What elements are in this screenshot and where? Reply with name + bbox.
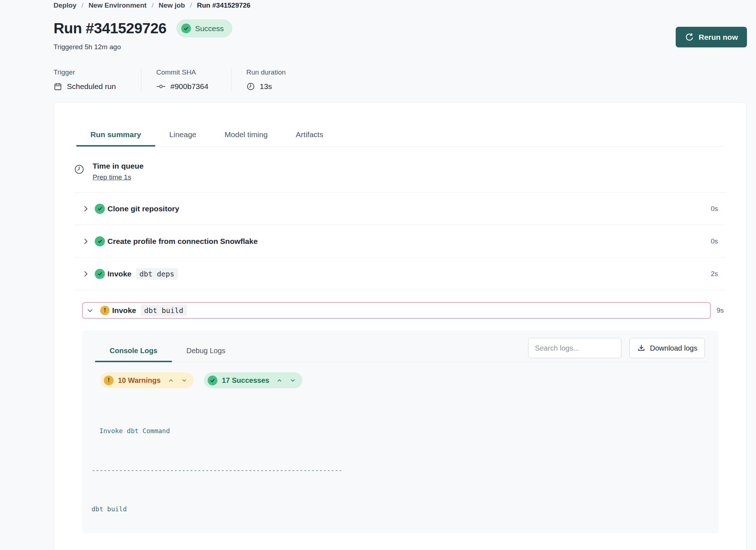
breadcrumb-job[interactable]: New job [158, 1, 185, 9]
status-badge: Success [177, 20, 232, 37]
chevron-down-icon[interactable] [86, 307, 97, 314]
tab-artifacts[interactable]: Artifacts [282, 126, 337, 146]
breadcrumb: Deploy / New Environment / New job / Run… [54, 0, 747, 9]
step-duration: 9s [717, 306, 724, 314]
calendar-icon [54, 82, 62, 91]
tab-run-summary[interactable]: Run summary [76, 126, 155, 147]
step-title: Create profile from connection Snowflake [107, 237, 258, 246]
step-invoke-dbt-build-row: ! Invoke dbt build 9s [54, 290, 746, 331]
tab-console-logs[interactable]: Console Logs [95, 342, 172, 362]
commit-sha-value: #900b7364 [170, 82, 208, 91]
page-title: Run #341529726 [54, 20, 166, 37]
status-badge-label: Success [195, 24, 224, 33]
warnings-prev-icon[interactable] [168, 377, 174, 384]
time-in-queue-section: Time in queue Prep time 1s [54, 147, 746, 192]
search-logs-input[interactable] [528, 338, 621, 358]
success-check-icon [208, 376, 217, 385]
log-line: dbt build [92, 503, 709, 516]
success-check-icon [181, 24, 191, 33]
breadcrumb-separator: / [152, 1, 153, 9]
successes-badge-label: 17 Successes [222, 376, 269, 385]
step-invoke-dbt-deps[interactable]: Invoke dbt deps 2s [54, 258, 746, 290]
triggered-timestamp: Triggered 5h 12m ago [54, 43, 747, 51]
clock-icon [246, 82, 255, 91]
success-check-icon [95, 269, 105, 279]
step-duration: 0s [711, 205, 718, 213]
warnings-badge-label: 10 Warnings [118, 376, 161, 385]
prep-time-link[interactable]: Prep time 1s [93, 173, 131, 181]
step-command: dbt build [141, 305, 187, 316]
run-tabs: Run summary Lineage Model timing Artifac… [76, 126, 724, 147]
warnings-badge[interactable]: ! 10 Warnings [100, 372, 194, 388]
trigger-value: Scheduled run [67, 82, 116, 91]
time-in-queue-title: Time in queue [93, 162, 144, 170]
log-line: ----------------------------------------… [92, 464, 709, 477]
step-command: dbt deps [136, 268, 178, 280]
log-line: Invoke dbt Command [92, 424, 709, 437]
run-duration-value: 13s [260, 82, 272, 91]
warnings-next-icon[interactable] [181, 377, 187, 384]
tab-lineage[interactable]: Lineage [155, 126, 211, 146]
breadcrumb-separator: / [81, 1, 83, 9]
run-duration-label: Run duration [246, 68, 286, 76]
breadcrumb-environment[interactable]: New Environment [89, 1, 146, 9]
download-icon [637, 344, 646, 352]
step-create-profile[interactable]: Create profile from connection Snowflake… [54, 225, 746, 257]
commit-icon [156, 82, 166, 91]
step-title: Invoke [107, 270, 132, 278]
step-invoke-dbt-build[interactable]: ! Invoke dbt build [82, 302, 711, 319]
step-title: Clone git repository [107, 204, 179, 213]
successes-prev-icon[interactable] [276, 377, 283, 384]
step-clone-git-repository[interactable]: Clone git repository 0s [54, 192, 746, 225]
console-logs-panel: Console Logs Debug Logs Download logs ! … [82, 331, 719, 533]
breadcrumb-separator: / [190, 1, 192, 9]
step-title: Invoke [112, 306, 136, 315]
log-output: Invoke dbt Command ---------------------… [92, 398, 709, 550]
rerun-now-button[interactable]: Rerun now [676, 27, 747, 47]
breadcrumb-deploy[interactable]: Deploy [54, 1, 76, 9]
chevron-right-icon[interactable] [82, 205, 93, 213]
step-duration: 2s [711, 270, 718, 278]
download-logs-label: Download logs [650, 344, 697, 352]
trigger-label: Trigger [54, 68, 141, 76]
clock-icon [74, 164, 85, 181]
download-logs-button[interactable]: Download logs [629, 338, 705, 358]
rerun-button-label: Rerun now [699, 33, 738, 42]
breadcrumb-current-run: Run #341529726 [197, 1, 251, 9]
warning-icon: ! [100, 306, 110, 315]
step-duration: 0s [711, 237, 718, 245]
rerun-icon [685, 33, 694, 42]
chevron-right-icon[interactable] [82, 270, 93, 278]
tab-debug-logs[interactable]: Debug Logs [172, 342, 240, 362]
log-blank-line [92, 542, 709, 550]
success-check-icon [95, 204, 105, 214]
successes-badge[interactable]: 17 Successes [204, 372, 302, 388]
warning-icon: ! [104, 376, 114, 385]
commit-sha-label: Commit SHA [156, 68, 231, 76]
run-meta: Trigger Scheduled run Commit SHA #900b73… [54, 68, 747, 91]
run-summary-card: Run summary Lineage Model timing Artifac… [54, 102, 747, 550]
chevron-right-icon[interactable] [82, 237, 93, 245]
successes-next-icon[interactable] [290, 377, 296, 384]
success-check-icon [95, 236, 105, 246]
tab-model-timing[interactable]: Model timing [211, 126, 282, 146]
